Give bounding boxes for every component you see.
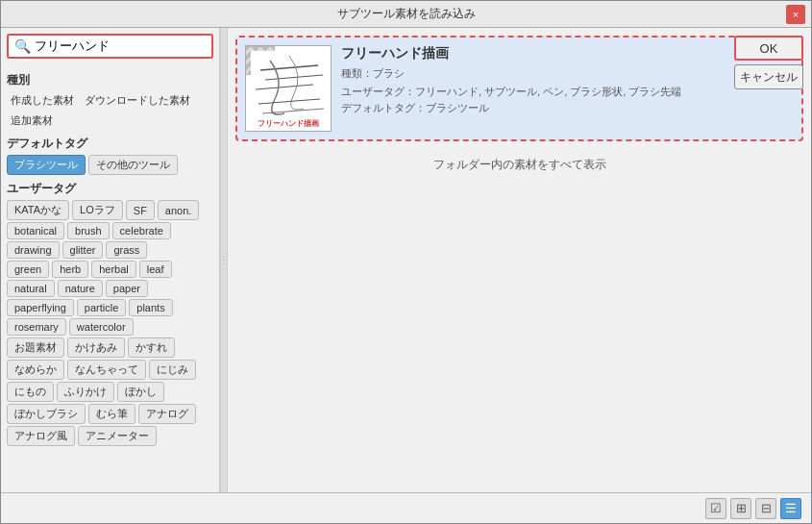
item-type: 種類：ブラシ [341, 66, 794, 81]
search-icon: 🔍 [14, 38, 31, 54]
left-panel-body: 種別 作成した素材 ダウンロードした素材 追加素材 デフォルトタグ ブラシツール… [1, 62, 219, 492]
check-icon: ☑ [710, 501, 722, 515]
created-materials-link[interactable]: 作成した素材 [7, 91, 78, 110]
tag-botanical[interactable]: botanical [7, 222, 64, 239]
dialog: サブツール素材を読み込み × 🔍 種別 作成した素材 ダウンロードした素材 追加… [0, 0, 812, 524]
item-default-tag: デフォルトタグ：ブラシツール [341, 101, 794, 115]
extra-materials-row: 追加素材 [7, 112, 213, 130]
thumbnail-label: フリーハンド描画 [246, 118, 331, 129]
bottom-bar: ☑ ⊞ ⊟ ☰ [1, 492, 811, 523]
tag-nijimi[interactable]: にじみ [149, 360, 196, 380]
tag-herb[interactable]: herb [52, 261, 88, 278]
close-button[interactable]: × [786, 5, 805, 24]
tag-animator[interactable]: アニメーター [78, 426, 157, 446]
grid-large-icon: ⊟ [761, 501, 772, 515]
dialog-title: サブツール素材を読み込み [337, 6, 476, 22]
thumbnail-sketch [251, 51, 328, 128]
tag-brush[interactable]: brush [67, 222, 110, 239]
extra-materials-link[interactable]: 追加素材 [7, 112, 57, 130]
user-tags-row-11: ぼかしブラシ むら筆 アナログ [7, 404, 213, 424]
search-input[interactable] [35, 39, 206, 54]
left-panel: 🔍 種別 作成した素材 ダウンロードした素材 追加素材 デフォルトタグ ブラシツ… [1, 28, 220, 492]
tag-nimono[interactable]: にもの [7, 382, 54, 402]
tag-katakaana[interactable]: KATAかな [7, 200, 69, 220]
tag-odai[interactable]: お題素材 [7, 337, 64, 358]
item-user-tag: ユーザータグ：フリーハンド, サブツール, ペン, ブラシ形状, ブラシ先端 [341, 85, 794, 99]
tag-lorafu[interactable]: LOラフ [72, 200, 123, 220]
section-default-tag-label: デフォルトタグ [7, 136, 213, 152]
tag-leaf[interactable]: leaf [139, 261, 172, 278]
tag-paperflying[interactable]: paperflying [7, 299, 74, 316]
tag-analog[interactable]: アナログ [138, 404, 196, 424]
tag-kasure[interactable]: かすれ [128, 337, 175, 358]
tag-natural[interactable]: natural [7, 280, 55, 297]
user-tags-row-9: なめらか なんちゃって にじみ [7, 360, 213, 380]
tag-grass[interactable]: grass [106, 241, 147, 259]
tag-glitter[interactable]: glitter [62, 241, 104, 259]
tag-nanchatte[interactable]: なんちゃって [67, 360, 146, 380]
view-button-check[interactable]: ☑ [705, 498, 726, 519]
action-panel: OK キャンセル [734, 36, 803, 89]
tag-bokashi[interactable]: ぼかし [117, 382, 164, 402]
main-content: 🔍 種別 作成した素材 ダウンロードした素材 追加素材 デフォルトタグ ブラシツ… [1, 28, 811, 492]
list-icon: ☰ [785, 501, 797, 515]
user-tags-row-2: botanical brush celebrate [7, 222, 213, 239]
tag-plants[interactable]: plants [129, 299, 172, 316]
selected-item-card: フリーハンド描画 フリーハンド描画 種類：ブラシ ユーザータグ：フリーハンド, … [235, 36, 803, 141]
user-tags-row-12: アナログ風 アニメーター [7, 426, 213, 446]
title-bar: サブツール素材を読み込み × [1, 1, 811, 28]
tag-kakeami[interactable]: かけあみ [67, 337, 125, 358]
user-tags-row-7: rosemary watercolor [7, 318, 213, 336]
ok-button[interactable]: OK [734, 36, 803, 61]
grid-small-icon: ⊞ [736, 501, 747, 515]
view-button-list[interactable]: ☰ [780, 498, 801, 519]
user-tags-row-10: にもの ふりかけ ぼかし [7, 382, 213, 402]
default-tags: ブラシツール その他のツール [7, 155, 213, 175]
downloaded-materials-link[interactable]: ダウンロードした素材 [81, 91, 194, 110]
tag-herbal[interactable]: herbal [91, 261, 136, 278]
cancel-button[interactable]: キャンセル [734, 64, 803, 89]
default-tag-brush-tool[interactable]: ブラシツール [7, 155, 86, 175]
user-tags-row-5: natural nature paper [7, 280, 213, 297]
item-title: フリーハンド描画 [341, 45, 794, 62]
item-info: フリーハンド描画 種類：ブラシ ユーザータグ：フリーハンド, サブツール, ペン… [341, 45, 794, 115]
item-thumbnail: フリーハンド描画 [245, 45, 332, 132]
tag-nature[interactable]: nature [58, 280, 103, 297]
tag-bokashi-brush[interactable]: ぼかしブラシ [7, 404, 86, 424]
tag-celebrate[interactable]: celebrate [112, 222, 171, 239]
user-tags-row-1: KATAかな LOラフ SF anon. [7, 200, 213, 220]
show-all-button[interactable]: フォルダー内の素材をすべて表示 [235, 151, 803, 179]
search-box: 🔍 [7, 34, 213, 59]
tag-furikake[interactable]: ふりかけ [57, 382, 114, 402]
section-category-label: 種別 [7, 72, 213, 88]
tag-green[interactable]: green [7, 261, 49, 278]
tag-rosemary[interactable]: rosemary [7, 318, 66, 336]
right-panel: フリーハンド描画 フリーハンド描画 種類：ブラシ ユーザータグ：フリーハンド, … [228, 28, 811, 492]
user-tags-row-4: green herb herbal leaf [7, 261, 213, 278]
tag-drawing[interactable]: drawing [7, 241, 60, 259]
section-user-tag-label: ユーザータグ [7, 181, 213, 197]
tag-analog-fuu[interactable]: アナログ風 [7, 426, 75, 446]
view-button-grid-small[interactable]: ⊞ [730, 498, 751, 519]
tag-mura-fude[interactable]: むら筆 [88, 404, 135, 424]
tag-nameraka[interactable]: なめらか [7, 360, 64, 380]
user-tags-row-3: drawing glitter grass [7, 241, 213, 259]
user-tags-row-6: paperflying particle plants [7, 299, 213, 316]
category-links: 作成した素材 ダウンロードした素材 [7, 91, 213, 110]
tag-anon[interactable]: anon. [158, 200, 200, 220]
view-button-grid-large[interactable]: ⊟ [755, 498, 776, 519]
default-tag-other-tools[interactable]: その他のツール [88, 155, 178, 175]
user-tags-row-8: お題素材 かけあみ かすれ [7, 337, 213, 358]
tag-watercolor[interactable]: watercolor [69, 318, 134, 336]
tag-particle[interactable]: particle [77, 299, 126, 316]
panel-divider[interactable]: ⋮ [220, 28, 228, 492]
tag-sf[interactable]: SF [126, 200, 155, 220]
tag-paper[interactable]: paper [106, 280, 148, 297]
